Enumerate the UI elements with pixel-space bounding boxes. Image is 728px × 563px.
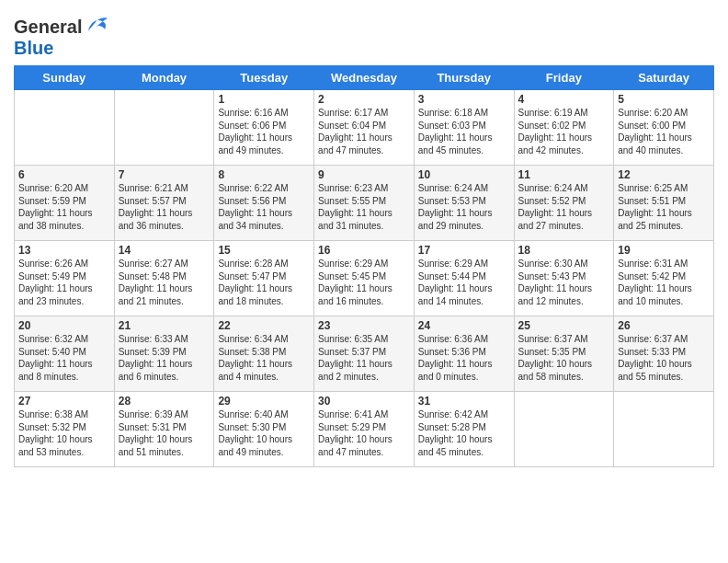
cell-info: Sunrise: 6:38 AMSunset: 5:32 PMDaylight:… bbox=[18, 409, 93, 457]
calendar-cell: 12 Sunrise: 6:25 AMSunset: 5:51 PMDaylig… bbox=[614, 166, 714, 241]
calendar-cell: 15 Sunrise: 6:28 AMSunset: 5:47 PMDaylig… bbox=[214, 241, 314, 316]
day-number: 21 bbox=[119, 319, 210, 332]
calendar-cell: 7 Sunrise: 6:21 AMSunset: 5:57 PMDayligh… bbox=[114, 166, 214, 241]
logo-general: General bbox=[14, 17, 82, 37]
calendar-cell: 26 Sunrise: 6:37 AMSunset: 5:33 PMDaylig… bbox=[614, 316, 714, 392]
logo: General Blue bbox=[14, 14, 109, 58]
calendar-cell: 17 Sunrise: 6:29 AMSunset: 5:44 PMDaylig… bbox=[414, 241, 514, 316]
cell-info: Sunrise: 6:29 AMSunset: 5:45 PMDaylight:… bbox=[318, 259, 392, 306]
calendar-cell: 6 Sunrise: 6:20 AMSunset: 5:59 PMDayligh… bbox=[15, 166, 115, 241]
calendar-cell: 1 Sunrise: 6:16 AMSunset: 6:06 PMDayligh… bbox=[214, 90, 314, 166]
weekday-header: Saturday bbox=[614, 66, 714, 90]
cell-info: Sunrise: 6:39 AMSunset: 5:31 PMDaylight:… bbox=[119, 409, 193, 457]
calendar-cell: 24 Sunrise: 6:36 AMSunset: 5:36 PMDaylig… bbox=[414, 316, 514, 392]
day-number: 23 bbox=[318, 319, 410, 332]
calendar-week-row: 13 Sunrise: 6:26 AMSunset: 5:49 PMDaylig… bbox=[15, 241, 714, 316]
calendar-cell: 19 Sunrise: 6:31 AMSunset: 5:42 PMDaylig… bbox=[614, 241, 714, 316]
day-number: 12 bbox=[618, 168, 710, 181]
cell-info: Sunrise: 6:17 AMSunset: 6:04 PMDaylight:… bbox=[318, 108, 392, 155]
calendar-cell: 25 Sunrise: 6:37 AMSunset: 5:35 PMDaylig… bbox=[514, 316, 614, 392]
cell-info: Sunrise: 6:40 AMSunset: 5:30 PMDaylight:… bbox=[218, 409, 292, 457]
day-number: 25 bbox=[518, 319, 610, 332]
day-number: 22 bbox=[218, 319, 310, 332]
weekday-header: Monday bbox=[114, 66, 214, 90]
cell-info: Sunrise: 6:30 AMSunset: 5:43 PMDaylight:… bbox=[518, 259, 593, 306]
cell-info: Sunrise: 6:25 AMSunset: 5:51 PMDaylight:… bbox=[618, 183, 692, 231]
calendar-cell: 29 Sunrise: 6:40 AMSunset: 5:30 PMDaylig… bbox=[214, 392, 314, 467]
day-number: 10 bbox=[418, 168, 510, 181]
calendar-cell: 13 Sunrise: 6:26 AMSunset: 5:49 PMDaylig… bbox=[15, 241, 115, 316]
day-number: 5 bbox=[618, 93, 710, 106]
calendar-cell: 14 Sunrise: 6:27 AMSunset: 5:48 PMDaylig… bbox=[114, 241, 214, 316]
page: General Blue SundayMondayTuesdayWednesda… bbox=[0, 0, 728, 563]
calendar-cell: 28 Sunrise: 6:39 AMSunset: 5:31 PMDaylig… bbox=[114, 392, 214, 467]
day-number: 11 bbox=[518, 168, 610, 181]
cell-info: Sunrise: 6:24 AMSunset: 5:53 PMDaylight:… bbox=[418, 183, 493, 231]
calendar-week-row: 1 Sunrise: 6:16 AMSunset: 6:06 PMDayligh… bbox=[15, 90, 714, 166]
calendar-cell: 10 Sunrise: 6:24 AMSunset: 5:53 PMDaylig… bbox=[414, 166, 514, 241]
day-number: 7 bbox=[119, 168, 210, 181]
weekday-header: Friday bbox=[514, 66, 614, 90]
cell-info: Sunrise: 6:24 AMSunset: 5:52 PMDaylight:… bbox=[518, 183, 593, 231]
cell-info: Sunrise: 6:42 AMSunset: 5:28 PMDaylight:… bbox=[418, 409, 493, 457]
calendar-cell: 3 Sunrise: 6:18 AMSunset: 6:03 PMDayligh… bbox=[414, 90, 514, 166]
cell-info: Sunrise: 6:32 AMSunset: 5:40 PMDaylight:… bbox=[18, 334, 93, 382]
calendar-cell bbox=[114, 90, 214, 166]
calendar-cell: 22 Sunrise: 6:34 AMSunset: 5:38 PMDaylig… bbox=[214, 316, 314, 392]
weekday-header: Sunday bbox=[15, 66, 115, 90]
calendar-week-row: 6 Sunrise: 6:20 AMSunset: 5:59 PMDayligh… bbox=[15, 166, 714, 241]
cell-info: Sunrise: 6:23 AMSunset: 5:55 PMDaylight:… bbox=[318, 183, 392, 231]
header: General Blue bbox=[14, 9, 714, 58]
calendar-cell: 27 Sunrise: 6:38 AMSunset: 5:32 PMDaylig… bbox=[15, 392, 115, 467]
cell-info: Sunrise: 6:35 AMSunset: 5:37 PMDaylight:… bbox=[318, 334, 392, 382]
cell-info: Sunrise: 6:31 AMSunset: 5:42 PMDaylight:… bbox=[618, 259, 692, 306]
day-number: 18 bbox=[518, 244, 610, 257]
cell-info: Sunrise: 6:37 AMSunset: 5:33 PMDaylight:… bbox=[618, 334, 692, 382]
calendar-week-row: 20 Sunrise: 6:32 AMSunset: 5:40 PMDaylig… bbox=[15, 316, 714, 392]
day-number: 16 bbox=[318, 244, 410, 257]
cell-info: Sunrise: 6:29 AMSunset: 5:44 PMDaylight:… bbox=[418, 259, 493, 306]
calendar-cell bbox=[514, 392, 614, 467]
day-number: 4 bbox=[518, 93, 610, 106]
calendar-cell: 21 Sunrise: 6:33 AMSunset: 5:39 PMDaylig… bbox=[114, 316, 214, 392]
day-number: 2 bbox=[318, 93, 410, 106]
day-number: 26 bbox=[618, 319, 710, 332]
cell-info: Sunrise: 6:27 AMSunset: 5:48 PMDaylight:… bbox=[119, 259, 193, 306]
cell-info: Sunrise: 6:20 AMSunset: 6:00 PMDaylight:… bbox=[618, 108, 692, 155]
calendar-cell: 8 Sunrise: 6:22 AMSunset: 5:56 PMDayligh… bbox=[214, 166, 314, 241]
calendar-table: SundayMondayTuesdayWednesdayThursdayFrid… bbox=[14, 65, 714, 467]
day-number: 8 bbox=[218, 168, 310, 181]
calendar-cell: 18 Sunrise: 6:30 AMSunset: 5:43 PMDaylig… bbox=[514, 241, 614, 316]
calendar-cell: 9 Sunrise: 6:23 AMSunset: 5:55 PMDayligh… bbox=[314, 166, 415, 241]
weekday-header: Wednesday bbox=[314, 66, 415, 90]
day-number: 31 bbox=[418, 395, 510, 408]
cell-info: Sunrise: 6:37 AMSunset: 5:35 PMDaylight:… bbox=[518, 334, 593, 382]
cell-info: Sunrise: 6:22 AMSunset: 5:56 PMDaylight:… bbox=[218, 183, 292, 231]
cell-info: Sunrise: 6:34 AMSunset: 5:38 PMDaylight:… bbox=[218, 334, 292, 382]
cell-info: Sunrise: 6:18 AMSunset: 6:03 PMDaylight:… bbox=[418, 108, 493, 155]
day-number: 1 bbox=[218, 93, 310, 106]
calendar-cell bbox=[614, 392, 714, 467]
cell-info: Sunrise: 6:20 AMSunset: 5:59 PMDaylight:… bbox=[18, 183, 93, 231]
calendar-cell: 5 Sunrise: 6:20 AMSunset: 6:00 PMDayligh… bbox=[614, 90, 714, 166]
weekday-header: Thursday bbox=[414, 66, 514, 90]
day-number: 28 bbox=[119, 395, 210, 408]
calendar-cell: 4 Sunrise: 6:19 AMSunset: 6:02 PMDayligh… bbox=[514, 90, 614, 166]
calendar-header-row: SundayMondayTuesdayWednesdayThursdayFrid… bbox=[15, 66, 714, 90]
calendar-cell: 20 Sunrise: 6:32 AMSunset: 5:40 PMDaylig… bbox=[15, 316, 115, 392]
calendar-cell: 30 Sunrise: 6:41 AMSunset: 5:29 PMDaylig… bbox=[314, 392, 415, 467]
weekday-header: Tuesday bbox=[214, 66, 314, 90]
cell-info: Sunrise: 6:33 AMSunset: 5:39 PMDaylight:… bbox=[119, 334, 193, 382]
day-number: 20 bbox=[18, 319, 110, 332]
calendar-week-row: 27 Sunrise: 6:38 AMSunset: 5:32 PMDaylig… bbox=[15, 392, 714, 467]
cell-info: Sunrise: 6:19 AMSunset: 6:02 PMDaylight:… bbox=[518, 108, 593, 155]
cell-info: Sunrise: 6:28 AMSunset: 5:47 PMDaylight:… bbox=[218, 259, 292, 306]
cell-info: Sunrise: 6:36 AMSunset: 5:36 PMDaylight:… bbox=[418, 334, 493, 382]
calendar-cell: 16 Sunrise: 6:29 AMSunset: 5:45 PMDaylig… bbox=[314, 241, 415, 316]
day-number: 24 bbox=[418, 319, 510, 332]
day-number: 3 bbox=[418, 93, 510, 106]
calendar-cell: 11 Sunrise: 6:24 AMSunset: 5:52 PMDaylig… bbox=[514, 166, 614, 241]
calendar-cell bbox=[15, 90, 115, 166]
day-number: 19 bbox=[618, 244, 710, 257]
cell-info: Sunrise: 6:41 AMSunset: 5:29 PMDaylight:… bbox=[318, 409, 392, 457]
